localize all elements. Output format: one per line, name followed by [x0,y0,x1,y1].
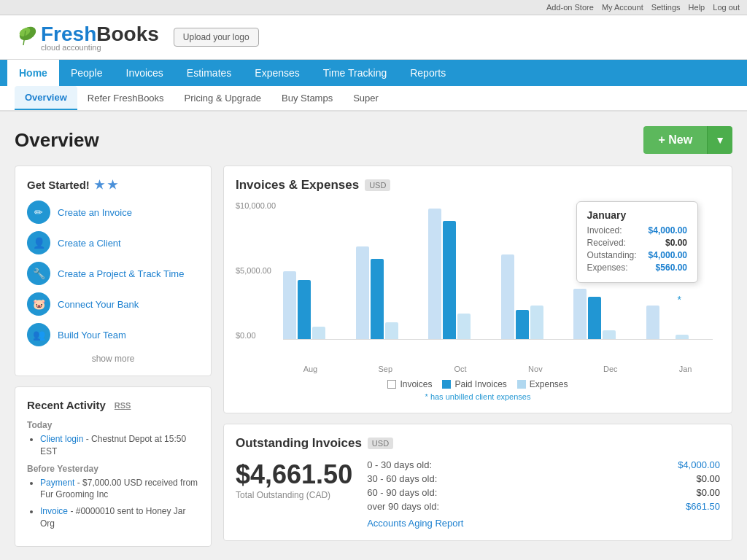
page-title: Overview [15,129,99,152]
create-client-link[interactable]: Create a Client [58,238,121,249]
bar-invoice-nov[interactable] [501,254,514,339]
bar-paid-aug[interactable] [298,280,311,339]
sub-nav: Overview Refer FreshBooks Pricing & Upgr… [0,86,747,112]
breakdown-value-30-60: $0.00 [696,473,720,484]
breakdown-row-60-90: 60 - 90 days old: $0.00 [367,487,720,498]
chart-y-labels: $10,000.00 $5,000.00 $0.00 [236,201,276,340]
bar-expense-dec[interactable] [603,330,616,339]
leaf-icon [15,25,36,50]
month-label-aug: Aug [276,365,345,373]
right-column: Invoices & Expenses USD $10,000.00 $5,00… [223,166,732,557]
month-labels: AugSepOctNovDecJan [276,365,720,373]
subnav-super[interactable]: Super [343,87,389,109]
bar-invoice-oct[interactable] [428,209,441,339]
tooltip-invoiced-value: $4,000.00 [649,225,687,236]
bar-invoice-jan[interactable] [646,306,659,339]
show-more-link[interactable]: show more [27,354,199,364]
nav-expenses[interactable]: Expenses [243,60,311,86]
bar-paid-sep[interactable] [371,259,384,339]
invoice-link[interactable]: Invoice [40,506,68,516]
unbilled-note: * has unbilled client expenses [236,392,720,401]
bar-expense-aug[interactable] [312,327,325,339]
rss-link[interactable]: RSS [115,401,131,410]
bar-paid-oct[interactable] [443,221,456,339]
bar-expense-oct[interactable] [457,314,471,339]
bar-expense-sep[interactable] [385,322,398,339]
new-button[interactable]: + New [643,126,707,154]
bar-paid-nov[interactable] [516,310,529,339]
my-account-link[interactable]: My Account [602,3,643,12]
bar-invoice-aug[interactable] [283,271,296,339]
bar-group-dec[interactable] [573,289,640,339]
connect-bank-link[interactable]: Connect Your Bank [58,299,139,310]
bar-group-oct[interactable] [428,209,495,339]
help-link[interactable]: Help [689,3,705,12]
breakdown-row-over-90: over 90 days old: $661.50 [367,501,720,512]
content: Overview + New ▼ Get Started! ★ ★ ✏ Crea… [0,112,747,560]
tooltip-invoiced-row: Invoiced: $4,000.00 [587,225,687,236]
aging-report-link[interactable]: Accounts Aging Report [367,518,720,529]
breakdown-label: 30 - 60 days old: [367,473,437,484]
subnav-stamps[interactable]: Buy Stamps [271,87,343,109]
tooltip-outstanding-value: $4,000.00 [649,250,687,260]
nav-people[interactable]: People [59,60,115,86]
invoice-icon: ✏ [27,201,50,224]
nav-invoices[interactable]: Invoices [115,60,175,86]
logo: FreshBooks cloud accounting [15,23,159,52]
legend-expense-box [517,380,526,389]
legend-paid-label: Paid Invoices [454,379,506,389]
upload-logo-button[interactable]: Upload your logo [174,28,259,47]
gs-create-invoice: ✏ Create an Invoice [27,201,199,224]
month-label-jan: Jan [651,365,720,373]
bar-group-jan[interactable]: * [646,306,713,339]
subnav-overview[interactable]: Overview [15,86,77,110]
top-bar: Add-on Store My Account Settings Help Lo… [0,0,747,15]
bar-invoice-sep[interactable] [356,246,369,339]
create-project-link[interactable]: Create a Project & Track Time [58,268,184,279]
activity-list-today: Client login - Chestnut Depot at 15:50 E… [27,433,199,458]
create-invoice-link[interactable]: Create an Invoice [58,207,132,218]
breakdown-value-over-90[interactable]: $661.50 [686,501,720,512]
month-label-nov: Nov [500,365,570,373]
client-login-link[interactable]: Client login [40,434,83,444]
nav-home[interactable]: Home [7,60,59,86]
header: FreshBooks cloud accounting Upload your … [0,15,747,60]
bar-group-aug[interactable] [283,271,350,339]
bar-paid-dec[interactable] [588,297,601,339]
legend-paid: Paid Invoices [442,379,506,389]
addon-store-link[interactable]: Add-on Store [546,3,594,12]
build-team-link[interactable]: Build Your Team [58,330,126,341]
main-nav: Home People Invoices Estimates Expenses … [0,60,747,86]
bar-group-nov[interactable] [501,254,568,339]
nav-time-tracking[interactable]: Time Tracking [311,60,398,86]
bar-invoice-dec[interactable] [573,289,587,339]
nav-estimates[interactable]: Estimates [175,60,243,86]
get-started-card: Get Started! ★ ★ ✏ Create an Invoice 👤 C… [15,166,212,376]
activity-item: Invoice - #0000010 sent to Honey Jar Org [40,505,199,530]
gs-create-client: 👤 Create a Client [27,231,199,254]
subnav-pricing[interactable]: Pricing & Upgrade [174,87,272,109]
logout-link[interactable]: Log out [713,3,740,12]
breakdown-value-0-30[interactable]: $4,000.00 [678,459,720,470]
activity-date-today: Today [27,420,199,430]
month-label-dec: Dec [576,365,645,373]
legend-expenses: Expenses [517,379,568,389]
subnav-refer[interactable]: Refer FreshBooks [77,87,174,109]
chart-legend: Invoices Paid Invoices Expenses [236,379,720,389]
bar-chart: $10,000.00 $5,000.00 $0.00 * January Inv… [236,201,720,362]
unbilled-text: has unbilled client expenses [430,392,531,401]
two-column-layout: Get Started! ★ ★ ✏ Create an Invoice 👤 C… [15,166,732,557]
bar-group-sep[interactable] [356,246,423,339]
tooltip-outstanding-label: Outstanding: [587,250,637,260]
payment-link[interactable]: Payment [40,478,74,488]
settings-link[interactable]: Settings [651,3,681,12]
star-note-icon: * [425,392,430,401]
bar-expense-jan[interactable] [676,335,689,339]
chart-currency-badge: USD [365,179,390,191]
legend-invoice-box [387,380,396,389]
new-dropdown-button[interactable]: ▼ [707,126,732,154]
activity-list-before-yesterday: Payment - $7,000.00 USD received from Fu… [27,477,199,530]
nav-reports[interactable]: Reports [398,60,457,86]
tooltip-month: January [587,209,687,221]
bar-expense-nov[interactable] [530,306,543,339]
